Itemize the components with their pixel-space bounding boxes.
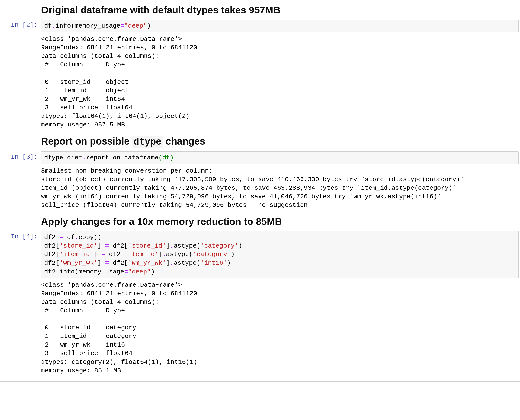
code-token: df2 [44, 268, 56, 275]
code-token: df [63, 234, 75, 241]
code-input[interactable]: df.info(memory_usage="deep") [41, 20, 519, 32]
code-token: df2 [44, 234, 59, 241]
code-token: (df) [158, 154, 174, 161]
code-token: ] [97, 242, 105, 250]
code-token: ] [166, 259, 170, 267]
code-token: . [56, 268, 60, 275]
code-input[interactable]: dtype_diet.report_on_dataframe(df) [41, 151, 519, 164]
code-token: 'store_id' [128, 242, 166, 250]
code-token: astype( [174, 259, 200, 267]
code-token: "deep" [128, 268, 151, 275]
code-cell-2: In [2]: df.info(memory_usage="deep") [1, 20, 519, 32]
heading-text-pre: Report on possible [41, 136, 132, 147]
code-output: Smallest non-breaking converstion per co… [41, 164, 519, 215]
code-token: . [82, 154, 86, 161]
code-token: "deep" [124, 22, 147, 30]
code-token: . [170, 242, 174, 250]
code-token: = [124, 268, 128, 275]
code-token: df2[ [105, 251, 124, 258]
markdown-cell-3: Apply changes for a 10x memory reduction… [1, 215, 519, 230]
code-token: . [75, 234, 79, 241]
code-token: report_on_dataframe [86, 154, 158, 161]
code-cell-3: In [3]: dtype_diet.report_on_dataframe(d… [1, 151, 519, 164]
code-token: ] [97, 259, 105, 267]
code-token: ) [231, 251, 235, 258]
code-token: ) [147, 22, 151, 30]
code-token: 'category' [200, 242, 239, 250]
output-cell-3: Smallest non-breaking converstion per co… [1, 164, 519, 215]
code-token: df2[ [44, 251, 59, 258]
code-token: 'wm_yr_wk' [128, 259, 166, 267]
output-cell-4: <class 'pandas.core.frame.DataFrame'> Ra… [1, 278, 519, 377]
code-token: info(memory_usage [59, 268, 124, 275]
heading-apply-changes: Apply changes for a 10x memory reduction… [41, 215, 519, 228]
prompt-spacer [1, 215, 41, 230]
prompt-spacer [1, 32, 41, 34]
code-cell-4: In [4]: df2 = df.copy() df2['store_id'] … [1, 231, 519, 278]
code-token: ] [94, 251, 101, 258]
heading-original-dataframe: Original dataframe with default dtypes t… [41, 4, 519, 16]
code-token: ) [227, 259, 231, 267]
prompt-spacer [1, 135, 41, 150]
code-token: 'store_id' [59, 242, 97, 250]
code-token: df2[ [109, 259, 128, 267]
input-prompt: In [2]: [1, 20, 41, 29]
code-token: 'category' [193, 251, 231, 258]
code-token: . [170, 259, 174, 267]
code-token: = [105, 242, 109, 250]
markdown-cell-2: Report on possible dtype changes [1, 135, 519, 150]
code-token: df2[ [44, 259, 59, 267]
code-token: dtype_diet [44, 154, 82, 161]
code-token: df [44, 22, 52, 30]
code-output: <class 'pandas.core.frame.DataFrame'> Ra… [41, 32, 519, 135]
code-token: df2[ [44, 242, 59, 250]
code-token: = [105, 259, 109, 267]
code-token: 'item_id' [59, 251, 94, 258]
code-token: = [59, 234, 63, 241]
heading-code: dtype [132, 136, 163, 148]
code-token: ) [239, 242, 242, 250]
code-token: ] [166, 242, 170, 250]
code-token: 'int16' [200, 259, 227, 267]
code-token: copy() [78, 234, 101, 241]
code-token: info(memory_usage [56, 22, 120, 30]
input-prompt: In [4]: [1, 231, 41, 240]
prompt-spacer [1, 278, 41, 280]
code-token: astype( [166, 251, 193, 258]
prompt-spacer [1, 4, 41, 18]
prompt-spacer [1, 164, 41, 166]
code-token: ) [151, 268, 155, 275]
output-cell-2: <class 'pandas.core.frame.DataFrame'> Ra… [1, 32, 519, 135]
code-input[interactable]: df2 = df.copy() df2['store_id'] = df2['s… [41, 231, 519, 278]
code-token: 'item_id' [124, 251, 158, 258]
heading-report-dtype: Report on possible dtype changes [41, 135, 519, 148]
code-token: . [162, 251, 166, 258]
notebook: Original dataframe with default dtypes t… [0, 0, 520, 382]
code-output: <class 'pandas.core.frame.DataFrame'> Ra… [41, 278, 519, 377]
code-token: ] [158, 251, 162, 258]
code-token: 'wm_yr_wk' [59, 259, 97, 267]
code-token: df2[ [109, 242, 128, 250]
heading-text-post: changes [163, 136, 205, 147]
code-token: . [52, 22, 56, 30]
code-token: = [120, 22, 124, 30]
markdown-cell-1: Original dataframe with default dtypes t… [1, 4, 519, 18]
code-token: astype( [174, 242, 200, 250]
code-token: = [101, 251, 105, 258]
input-prompt: In [3]: [1, 151, 41, 161]
